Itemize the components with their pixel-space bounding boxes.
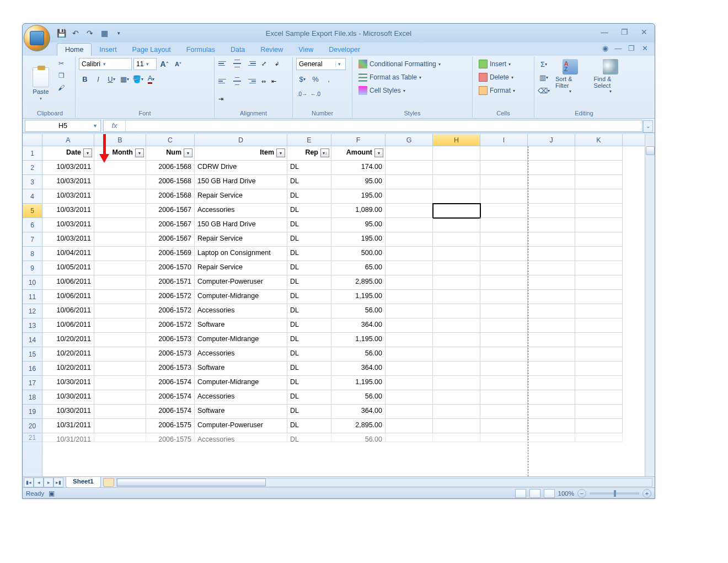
cell-F4[interactable]: 195.00	[331, 189, 386, 204]
cell-J5[interactable]	[528, 204, 575, 218]
header-cell-G[interactable]	[386, 146, 433, 161]
cell-C10[interactable]: 2006-1571	[146, 275, 195, 290]
cell-J19[interactable]	[528, 405, 575, 419]
cell-K13[interactable]	[575, 318, 623, 333]
macro-record-icon[interactable]: ▣	[49, 490, 55, 497]
cell-G13[interactable]	[386, 318, 433, 333]
row-header-6[interactable]: 6	[23, 218, 42, 232]
cell-C3[interactable]: 2006-1568	[146, 175, 195, 189]
cell-D5[interactable]: Accessories	[195, 204, 287, 218]
cell-G15[interactable]	[386, 347, 433, 362]
cell-A10[interactable]: 10/06/2011	[42, 275, 94, 290]
row-header-5[interactable]: 5	[23, 204, 42, 218]
cell-I21[interactable]	[480, 433, 528, 442]
cell-F11[interactable]: 1,195.00	[331, 290, 386, 304]
percent-format-icon[interactable]: %	[309, 73, 322, 85]
cell-H6[interactable]	[433, 218, 480, 232]
cell-E15[interactable]: DL	[287, 347, 331, 362]
cell-A14[interactable]: 10/20/2011	[42, 333, 94, 347]
cell-D3[interactable]: 150 GB Hard Drive	[195, 175, 287, 189]
filter-dropdown-icon[interactable]: ▾	[135, 148, 144, 157]
cells-area[interactable]: Date▾Month▾Num▾Item▾Rep▾↓Amount▾10/03/20…	[42, 146, 645, 476]
col-header-C[interactable]: C	[146, 134, 195, 146]
cell-C11[interactable]: 2006-1572	[146, 290, 195, 304]
ribbon-tab-view[interactable]: View	[291, 44, 321, 56]
cell-J4[interactable]	[528, 189, 575, 204]
cell-K5[interactable]	[575, 204, 623, 218]
first-sheet-icon[interactable]: ▮◂	[24, 477, 34, 487]
cell-E9[interactable]: DL	[287, 261, 331, 275]
font-size-select[interactable]: 11▾	[133, 58, 157, 70]
cell-I8[interactable]	[480, 247, 528, 261]
cell-F6[interactable]: 95.00	[331, 218, 386, 232]
cell-G16[interactable]	[386, 362, 433, 376]
cell-E17[interactable]: DL	[287, 376, 331, 390]
cell-H20[interactable]	[433, 419, 480, 433]
comma-format-icon[interactable]: ,	[323, 73, 335, 85]
cell-D13[interactable]: Software	[195, 318, 287, 333]
cell-D6[interactable]: 150 GB Hard Drive	[195, 218, 287, 232]
increase-indent-icon[interactable]: ⇥	[218, 93, 230, 104]
cell-G9[interactable]	[386, 261, 433, 275]
cell-I13[interactable]	[480, 318, 528, 333]
delete-cells-button[interactable]: Delete▾	[476, 71, 531, 83]
header-cell-B[interactable]: Month▾	[94, 146, 146, 161]
cell-I2[interactable]	[480, 161, 528, 175]
cell-B2[interactable]	[94, 161, 146, 175]
cell-J7[interactable]	[528, 232, 575, 247]
cell-A6[interactable]: 10/03/2011	[42, 218, 94, 232]
row-header-11[interactable]: 11	[23, 290, 42, 304]
cell-J13[interactable]	[528, 318, 575, 333]
cell-I9[interactable]	[480, 261, 528, 275]
cell-F21[interactable]: 56.00	[331, 433, 386, 442]
cell-J20[interactable]	[528, 419, 575, 433]
cell-K6[interactable]	[575, 218, 623, 232]
cell-D21[interactable]: Accessories	[195, 433, 287, 442]
namebox-dropdown-icon[interactable]: ▾	[90, 123, 99, 129]
cell-F15[interactable]: 56.00	[331, 347, 386, 362]
cell-G19[interactable]	[386, 405, 433, 419]
help-icon[interactable]: ◉	[601, 44, 609, 52]
cell-B3[interactable]	[94, 175, 146, 189]
cell-C15[interactable]: 2006-1573	[146, 347, 195, 362]
cell-D8[interactable]: Laptop on Consignment	[195, 247, 287, 261]
cell-G12[interactable]	[386, 304, 433, 318]
cell-C2[interactable]: 2006-1568	[146, 161, 195, 175]
col-header-G[interactable]: G	[386, 134, 433, 146]
cell-I16[interactable]	[480, 362, 528, 376]
cell-E7[interactable]: DL	[287, 232, 331, 247]
cell-K11[interactable]	[575, 290, 623, 304]
cell-G10[interactable]	[386, 275, 433, 290]
row-header-3[interactable]: 3	[23, 175, 42, 189]
cell-F3[interactable]: 95.00	[331, 175, 386, 189]
header-cell-C[interactable]: Num▾	[146, 146, 195, 161]
cut-icon[interactable]: ✂	[56, 58, 67, 69]
format-painter-icon[interactable]: 🖌	[56, 82, 67, 93]
header-cell-I[interactable]	[480, 146, 528, 161]
border-icon[interactable]: ▦▾	[119, 73, 131, 85]
cell-G20[interactable]	[386, 419, 433, 433]
cell-J14[interactable]	[528, 333, 575, 347]
row-header-4[interactable]: 4	[23, 189, 42, 204]
row-header-8[interactable]: 8	[23, 247, 42, 261]
cell-I3[interactable]	[480, 175, 528, 189]
filter-dropdown-icon[interactable]: ▾	[374, 148, 383, 157]
cell-A18[interactable]: 10/30/2011	[42, 390, 94, 405]
cell-C19[interactable]: 2006-1574	[146, 405, 195, 419]
cell-E21[interactable]: DL	[287, 433, 331, 442]
cell-E14[interactable]: DL	[287, 333, 331, 347]
cell-F8[interactable]: 500.00	[331, 247, 386, 261]
align-middle-icon[interactable]	[231, 58, 243, 69]
bold-button[interactable]: B	[79, 73, 91, 85]
print-preview-icon[interactable]: ▦	[99, 28, 110, 39]
cell-H21[interactable]	[433, 433, 480, 442]
header-cell-K[interactable]	[575, 146, 623, 161]
cell-G2[interactable]	[386, 161, 433, 175]
cell-H19[interactable]	[433, 405, 480, 419]
cell-I14[interactable]	[480, 333, 528, 347]
header-cell-H[interactable]	[433, 146, 480, 161]
vscroll-thumb[interactable]	[646, 146, 655, 155]
cell-H11[interactable]	[433, 290, 480, 304]
cell-E16[interactable]: DL	[287, 362, 331, 376]
cell-H14[interactable]	[433, 333, 480, 347]
